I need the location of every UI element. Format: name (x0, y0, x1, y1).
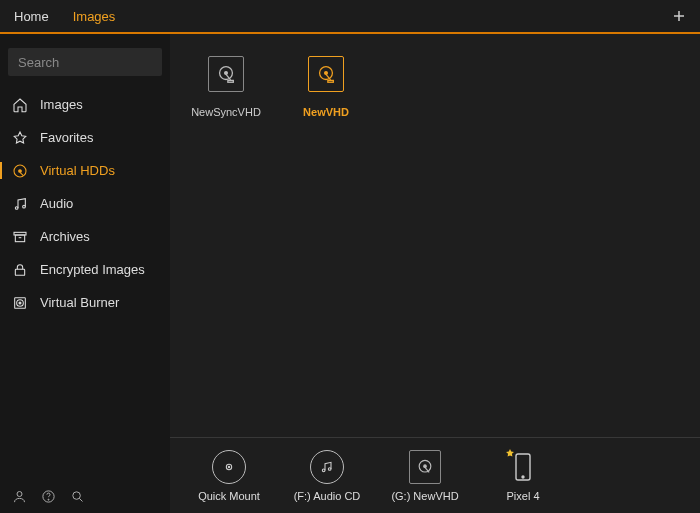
help-icon[interactable] (41, 489, 56, 504)
svg-point-12 (48, 499, 49, 500)
sidebar-item-label: Favorites (40, 130, 93, 145)
music-icon (12, 196, 28, 212)
hdd-thumb-icon (208, 56, 244, 92)
search-footer-icon[interactable] (70, 489, 85, 504)
svg-point-9 (19, 302, 21, 304)
star-icon (12, 130, 28, 146)
svg-rect-16 (228, 80, 234, 82)
svg-rect-5 (15, 235, 24, 242)
hdd-icon (12, 163, 28, 179)
sidebar-item-virtual-hdds[interactable]: Virtual HDDs (0, 154, 170, 187)
vhd-item[interactable]: NewSyncVHD (190, 56, 262, 118)
sidebar-item-audio[interactable]: Audio (0, 187, 170, 220)
archive-icon (12, 229, 28, 245)
music-disc-icon (310, 450, 344, 484)
svg-rect-19 (328, 80, 334, 82)
item-label: NewSyncVHD (191, 106, 261, 118)
add-icon[interactable] (672, 9, 686, 23)
bottom-item-label: (G:) NewVHD (391, 490, 458, 502)
sidebar-item-images[interactable]: Images (0, 88, 170, 121)
quick-mount-button[interactable]: Quick Mount (194, 450, 264, 502)
tab-images[interactable]: Images (73, 9, 116, 24)
sidebar-item-label: Audio (40, 196, 73, 211)
burner-icon (12, 295, 28, 311)
hdd-thumb-icon (308, 56, 344, 92)
lock-icon (12, 262, 28, 278)
user-icon[interactable] (12, 489, 27, 504)
svg-point-3 (23, 205, 26, 208)
sidebar-item-label: Virtual Burner (40, 295, 119, 310)
sidebar-item-label: Archives (40, 229, 90, 244)
svg-point-27 (522, 476, 524, 478)
drive-newvhd[interactable]: (G:) NewVHD (390, 450, 460, 502)
tab-home[interactable]: Home (14, 9, 49, 24)
search-input[interactable] (18, 55, 152, 70)
star-badge-icon (504, 448, 516, 460)
svg-point-2 (15, 206, 18, 209)
svg-point-1 (19, 169, 22, 172)
phone-icon (506, 450, 540, 484)
svg-point-18 (325, 72, 328, 75)
svg-point-21 (228, 466, 229, 467)
item-label: NewVHD (303, 106, 349, 118)
bottom-item-label: Pixel 4 (506, 490, 539, 502)
svg-point-15 (225, 72, 228, 75)
svg-rect-6 (15, 269, 24, 275)
sidebar-item-label: Virtual HDDs (40, 163, 115, 178)
sidebar-item-encrypted-images[interactable]: Encrypted Images (0, 253, 170, 286)
home-icon (12, 97, 28, 113)
drive-audio-cd[interactable]: (F:) Audio CD (292, 450, 362, 502)
svg-point-13 (73, 491, 81, 499)
hdd-small-icon (409, 450, 441, 484)
sidebar-item-favorites[interactable]: Favorites (0, 121, 170, 154)
sidebar-item-label: Images (40, 97, 83, 112)
sidebar-item-archives[interactable]: Archives (0, 220, 170, 253)
search-input-wrap[interactable] (8, 48, 162, 76)
svg-point-22 (322, 469, 325, 472)
content-grid: NewSyncVHD NewVHD (170, 34, 700, 437)
vhd-item-selected[interactable]: NewVHD (290, 56, 362, 118)
bottom-item-label: (F:) Audio CD (294, 490, 361, 502)
bottom-item-label: Quick Mount (198, 490, 260, 502)
sidebar-item-label: Encrypted Images (40, 262, 145, 277)
svg-point-25 (424, 464, 427, 467)
svg-point-10 (17, 491, 22, 496)
svg-point-23 (328, 467, 331, 470)
device-pixel4[interactable]: Pixel 4 (488, 450, 558, 502)
disc-icon (212, 450, 246, 484)
sidebar-item-virtual-burner[interactable]: Virtual Burner (0, 286, 170, 319)
